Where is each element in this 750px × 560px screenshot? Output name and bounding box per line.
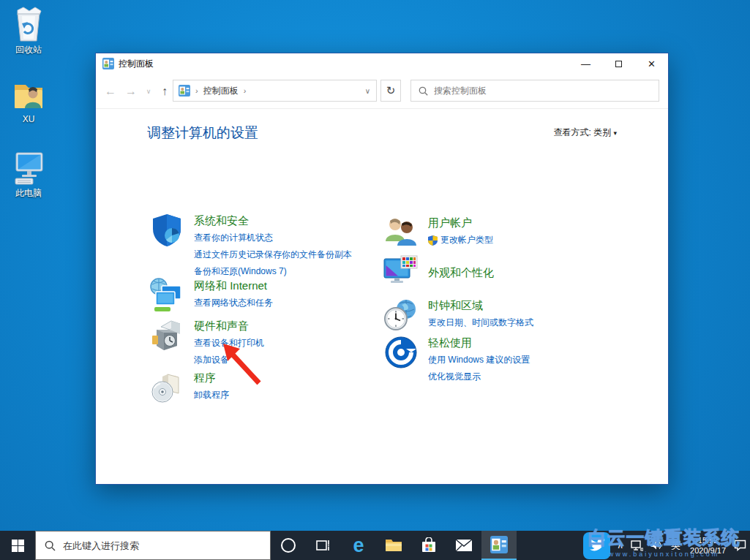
link-view-devices-printers[interactable]: 查看设备和打印机	[194, 337, 264, 349]
link-backup-restore-win7[interactable]: 备份和还原(Windows 7)	[194, 265, 352, 278]
ime-indicator[interactable]: 英	[666, 531, 686, 560]
chevron-up-icon: ∧	[617, 540, 623, 550]
control-panel-icon	[179, 85, 190, 97]
search-icon	[45, 540, 56, 551]
minimize-button[interactable]: —	[569, 53, 602, 74]
link-change-account-type[interactable]: 更改帐户类型	[428, 234, 493, 246]
recent-pages-dropdown[interactable]: ∨	[140, 83, 157, 100]
task-view-button[interactable]	[306, 531, 341, 560]
link-optimize-visual-display[interactable]: 优化视觉显示	[428, 371, 530, 383]
view-by-value-link[interactable]: 类别	[593, 127, 611, 137]
system-security-icon	[149, 213, 184, 248]
category-network-internet: 网络和 Internet 查看网络状态和任务	[149, 278, 273, 314]
network-internet-icon	[149, 278, 184, 313]
category-hardware-sound: 硬件和声音 查看设备和打印机 添加设备	[149, 318, 264, 371]
address-dropdown-button[interactable]: ∨	[359, 87, 376, 95]
category-title-ease-of-access[interactable]: 轻松使用	[428, 336, 530, 350]
volume-tray-button[interactable]	[647, 531, 666, 560]
refresh-button[interactable]: ↻	[380, 80, 401, 102]
breadcrumb-separator[interactable]: ›	[244, 86, 247, 95]
address-bar[interactable]: › 控制面板 › ∨	[173, 80, 377, 102]
link-view-network-status[interactable]: 查看网络状态和任务	[194, 297, 273, 309]
desktop-icon-this-pc[interactable]: 此电脑	[0, 149, 57, 200]
control-panel-taskbar-button[interactable]	[481, 531, 517, 560]
chevron-down-icon: ∨	[146, 88, 151, 95]
edge-button[interactable]: e	[341, 531, 376, 560]
category-title-system-security[interactable]: 系统和安全	[194, 214, 352, 228]
category-system-security: 系统和安全 查看你的计算机状态 通过文件历史记录保存你的文件备份副本 备份和还原…	[149, 213, 352, 282]
category-title-user-accounts[interactable]: 用户帐户	[428, 216, 493, 230]
link-change-date-time-format[interactable]: 更改日期、时间或数字格式	[428, 317, 533, 329]
taskbar-clock[interactable]: 15:52 2020/9/17	[686, 535, 730, 556]
category-title-hardware-sound[interactable]: 硬件和声音	[194, 319, 264, 333]
start-button[interactable]	[0, 531, 35, 560]
link-file-history-backup[interactable]: 通过文件历史记录保存你的文件备份副本	[194, 249, 352, 261]
chevron-down-icon[interactable]: ▾	[613, 129, 617, 137]
view-by-control: 查看方式: 类别 ▾	[553, 126, 617, 139]
breadcrumb-separator: ›	[195, 86, 198, 95]
ease-of-access-icon	[383, 335, 419, 370]
category-ease-of-access: 轻松使用 使用 Windows 建议的设置 优化视觉显示	[383, 335, 530, 387]
close-button[interactable]: ✕	[635, 53, 668, 74]
desktop-icon-recycle-bin[interactable]: 回收站	[0, 6, 57, 56]
recycle-bin-icon	[12, 6, 45, 42]
action-center-button[interactable]	[730, 531, 750, 560]
ime-label: 英	[671, 539, 680, 552]
category-title-network-internet[interactable]: 网络和 Internet	[194, 279, 273, 293]
store-button[interactable]	[411, 531, 446, 560]
category-title-clock-region[interactable]: 时钟和区域	[428, 299, 533, 313]
link-suggested-settings[interactable]: 使用 Windows 建议的设置	[428, 354, 530, 366]
category-clock-region: 时钟和区域 更改日期、时间或数字格式	[383, 298, 533, 333]
control-panel-window: 控制面板 — ✕ ← → ∨ ↑ ›	[95, 53, 669, 485]
desktop: 回收站 XU 此电脑	[0, 0, 750, 560]
user-folder-icon	[11, 77, 46, 113]
programs-icon	[149, 370, 184, 405]
desktop-icon-label: 此电脑	[0, 187, 57, 200]
cortana-button[interactable]	[271, 531, 306, 560]
action-center-icon	[734, 540, 746, 551]
window-search-input[interactable]	[434, 86, 659, 96]
mail-button[interactable]	[446, 531, 481, 560]
file-explorer-button[interactable]	[376, 531, 411, 560]
link-add-device[interactable]: 添加设备	[194, 354, 264, 366]
link-uninstall-program[interactable]: 卸载程序	[194, 389, 229, 401]
clock-date: 2020/9/17	[690, 545, 726, 556]
close-icon: ✕	[648, 58, 656, 69]
file-explorer-icon	[385, 538, 402, 553]
hidden-icons-chevron[interactable]: ∧	[613, 531, 627, 560]
back-button[interactable]: ←	[102, 83, 119, 100]
clock-region-icon	[383, 298, 419, 333]
uac-shield-icon	[428, 235, 438, 246]
taskbar-search-box[interactable]	[35, 531, 271, 560]
taskbar: e	[0, 531, 750, 560]
windows-logo-icon	[12, 540, 24, 552]
edge-icon: e	[353, 536, 364, 556]
up-button[interactable]: ↑	[156, 83, 173, 100]
store-icon	[421, 537, 437, 553]
appearance-personalization-icon	[383, 254, 419, 289]
maximize-button[interactable]	[602, 53, 635, 74]
taskbar-search-input[interactable]	[63, 540, 270, 551]
forward-button[interactable]: →	[122, 83, 140, 100]
desktop-icon-label: XU	[0, 114, 57, 124]
search-icon	[419, 86, 428, 96]
category-user-accounts: 用户帐户 更改帐户类型	[383, 215, 493, 251]
breadcrumb-control-panel[interactable]: 控制面板	[203, 85, 239, 97]
window-titlebar[interactable]: 控制面板 — ✕	[96, 53, 668, 74]
category-appearance-personalization: 外观和个性化	[383, 254, 494, 289]
category-title-programs[interactable]: 程序	[194, 371, 229, 385]
desktop-icon-xu-folder[interactable]: XU	[0, 77, 57, 124]
bird-icon	[588, 538, 606, 553]
user-accounts-icon	[383, 215, 419, 250]
control-panel-icon	[490, 536, 508, 553]
maximize-icon	[615, 61, 622, 67]
page-title: 调整计算机的设置	[147, 124, 258, 143]
link-check-computer-status[interactable]: 查看你的计算机状态	[194, 232, 352, 244]
control-panel-content: 调整计算机的设置 查看方式: 类别 ▾ 系统和安全 查看你的计算机状态	[96, 109, 668, 484]
clock-time: 15:52	[690, 535, 726, 545]
window-title: 控制面板	[119, 58, 154, 70]
category-title-appearance[interactable]: 外观和个性化	[428, 266, 494, 280]
network-tray-button[interactable]	[627, 531, 647, 560]
forward-icon: →	[125, 85, 137, 98]
window-search-box[interactable]	[410, 80, 659, 102]
